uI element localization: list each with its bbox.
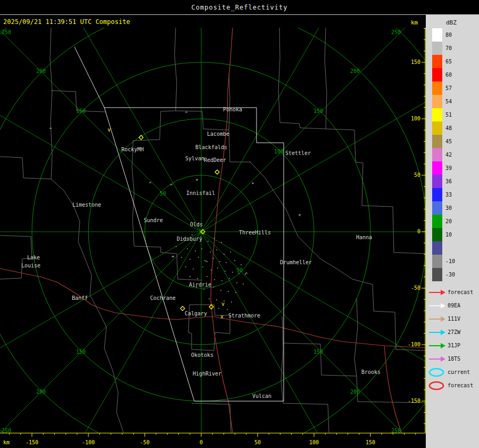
precip-echo-dot bbox=[230, 251, 231, 252]
precip-echo-dot bbox=[213, 258, 214, 259]
city-label: Olds bbox=[190, 222, 203, 227]
dbz-value-label: 80 bbox=[445, 32, 452, 38]
precip-echo-dot bbox=[209, 298, 210, 299]
precip-echo-dot bbox=[185, 266, 186, 267]
city-label: Drumheller bbox=[280, 259, 312, 265]
precip-echo-dot bbox=[221, 280, 222, 281]
radar-map-canvas[interactable]: 2502001505025020015010015020025015020025… bbox=[0, 28, 426, 433]
dbz-scale-entry: 65 bbox=[426, 55, 479, 68]
dbz-scale-entry: 39 bbox=[426, 161, 479, 175]
legend-symbol-label: 09EA bbox=[448, 303, 460, 308]
bottom-axis-tick-label: 150 bbox=[366, 439, 375, 445]
track-arrow-icon bbox=[428, 314, 446, 324]
yellow-marker-glyph: v bbox=[108, 127, 111, 133]
range-ring-label: 150 bbox=[313, 349, 323, 355]
dbz-scale-entry: 70 bbox=[426, 42, 479, 55]
dbz-scale-entry bbox=[426, 241, 479, 255]
county-boundary-line bbox=[281, 316, 329, 433]
city-label: Innisfail bbox=[186, 190, 215, 196]
dbz-scale-entry: 48 bbox=[426, 121, 479, 135]
right-axis-tick-label: -100 bbox=[408, 341, 420, 347]
legend-symbol-label: current bbox=[448, 369, 470, 375]
azimuth-line bbox=[0, 28, 201, 232]
dbz-value-label: 33 bbox=[445, 192, 452, 198]
radar-map[interactable]: 2502001505025020015010015020025015020025… bbox=[0, 28, 426, 433]
dbz-swatch bbox=[432, 28, 442, 42]
city-label: Ponoka bbox=[223, 107, 242, 112]
precip-echo-dot bbox=[187, 248, 188, 249]
track-arrow-icon bbox=[428, 287, 446, 298]
dbz-swatch bbox=[432, 228, 442, 241]
city-label: Cochrane bbox=[150, 295, 176, 301]
county-boundary-line bbox=[133, 28, 177, 141]
city-label: Banff bbox=[72, 295, 88, 301]
precip-echo-dot bbox=[189, 276, 191, 277]
city-label: Strathmore bbox=[228, 313, 260, 319]
highway-line bbox=[0, 268, 426, 348]
dbz-swatch bbox=[432, 55, 442, 68]
terrain-symbol: ^ bbox=[170, 183, 173, 189]
city-label: Limestone bbox=[72, 202, 101, 208]
dbz-scale-entry: -30 bbox=[426, 268, 479, 281]
track-arrow-icon bbox=[428, 327, 446, 338]
dbz-swatch bbox=[432, 268, 442, 281]
azimuth-line bbox=[201, 28, 426, 232]
precip-echo-dot bbox=[224, 254, 225, 255]
bottom-axis-tick-label: -150 bbox=[26, 439, 38, 445]
precip-echo-dot bbox=[218, 308, 219, 309]
precip-echo-dot bbox=[232, 272, 233, 273]
county-boundary-line bbox=[132, 141, 202, 280]
bottom-axis: -150-100-50050100150km bbox=[0, 433, 426, 448]
precip-echo-dot bbox=[241, 264, 242, 265]
azimuth-line bbox=[0, 28, 201, 232]
bottom-axis-tick-label: 100 bbox=[309, 439, 319, 445]
bottom-axis-tick-label: -50 bbox=[140, 439, 150, 445]
legend-symbol-label: 111V bbox=[448, 316, 460, 322]
dbz-swatch bbox=[432, 121, 442, 135]
dbz-scale-entry: 30 bbox=[426, 201, 479, 215]
county-boundary-line bbox=[229, 74, 230, 130]
precip-echo-dot bbox=[221, 242, 222, 243]
range-ring-label: 200 bbox=[350, 68, 360, 74]
timestamp: 2025/09/21 11:39:51 UTC Composite bbox=[3, 18, 130, 26]
dbz-scale-title: dBZ bbox=[426, 15, 479, 28]
city-label: HighRiver bbox=[193, 371, 221, 377]
dbz-value-label: 48 bbox=[445, 125, 452, 131]
city-label: Stettler bbox=[285, 150, 311, 156]
bottom-axis-canvas: -150-100-50050100150km bbox=[0, 433, 426, 448]
dbz-value-label: -30 bbox=[445, 272, 455, 278]
range-ring-label: 150 bbox=[76, 349, 86, 355]
precip-echo-dot bbox=[226, 262, 227, 263]
legend-symbol-label: 27ZW bbox=[448, 329, 460, 335]
storm-ellipse-icon bbox=[428, 380, 446, 391]
bottom-axis-unit-label: km bbox=[3, 439, 10, 445]
city-label: Louise bbox=[21, 263, 40, 268]
precip-echo-dot bbox=[219, 261, 220, 262]
precip-echo-dot bbox=[214, 238, 215, 239]
terrain-symbol: ^ bbox=[205, 260, 208, 265]
dbz-scale-entry: 33 bbox=[426, 188, 479, 201]
dbz-scale-entry: 45 bbox=[426, 135, 479, 148]
dbz-scale-entry: 20 bbox=[426, 215, 479, 228]
right-axis-tick-label: 100 bbox=[411, 116, 420, 121]
precip-echo-dot bbox=[211, 270, 212, 271]
city-label: ThreeHills bbox=[239, 230, 271, 235]
radar-map-area: 2025/09/21 11:39:51 UTC Composite km 250… bbox=[0, 15, 426, 433]
range-ring-label: 250 bbox=[2, 29, 11, 35]
yellow-marker-glyph: x bbox=[220, 314, 224, 320]
precip-echo-dot bbox=[228, 291, 229, 292]
dbz-value-label: 30 bbox=[445, 205, 452, 211]
precip-echo-dot bbox=[203, 289, 204, 290]
bottom-axis-tick-label: 0 bbox=[200, 439, 203, 445]
precip-echo-dot bbox=[217, 267, 218, 268]
county-boundary-line bbox=[0, 157, 51, 179]
dbz-value-label: 70 bbox=[445, 45, 452, 51]
range-ring-label: 250 bbox=[2, 428, 11, 433]
county-boundary-line bbox=[327, 129, 426, 254]
legend-symbol-row: 111V bbox=[428, 312, 479, 325]
precip-echo-dot bbox=[195, 250, 196, 251]
right-axis-tick-label: -50 bbox=[411, 285, 420, 291]
precip-echo-dot bbox=[229, 278, 230, 279]
dbz-swatch bbox=[432, 68, 442, 82]
legend-symbol-label: 18TS bbox=[448, 356, 460, 362]
